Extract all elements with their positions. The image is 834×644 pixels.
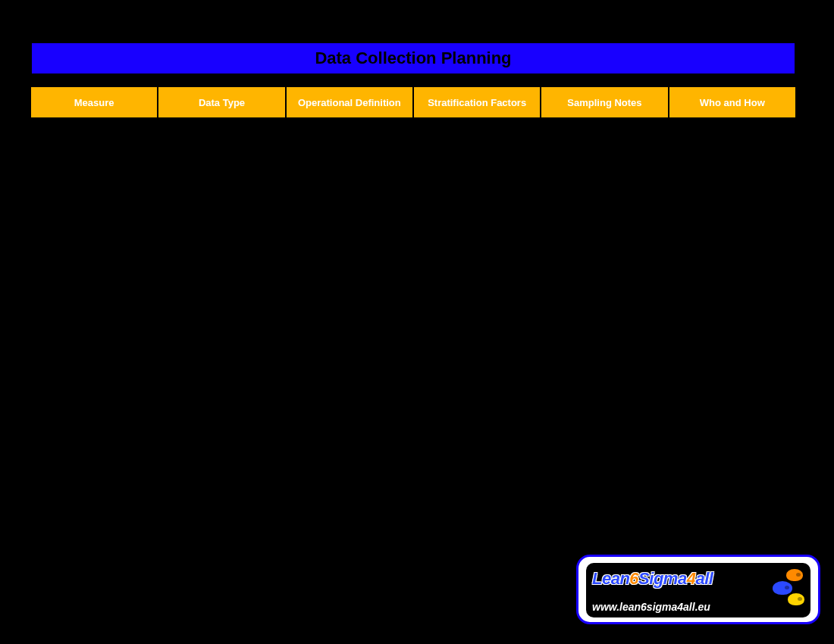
logo-word: 4 — [687, 569, 696, 588]
column-header-label: Data Type — [199, 97, 245, 108]
logo-word: Lean — [592, 569, 629, 588]
logo-url: www.lean6sigma4all.eu — [592, 601, 710, 613]
logo-badge: Lean6Sigma4all www.lean6sigma4all.eu — [576, 555, 820, 624]
pig-icon — [788, 593, 804, 605]
pig-icon — [786, 569, 803, 581]
logo-pigs-icon — [765, 567, 806, 613]
slide: Data Collection Planning Measure Data Ty… — [0, 0, 834, 644]
column-header-label: Measure — [74, 97, 114, 108]
column-header: Who and How — [669, 86, 796, 118]
column-header-label: Stratification Factors — [428, 97, 526, 108]
title-text: Data Collection Planning — [315, 48, 511, 68]
column-header: Operational Definition — [286, 86, 413, 118]
column-header-label: Operational Definition — [298, 97, 401, 108]
logo-inner: Lean6Sigma4all www.lean6sigma4all.eu — [586, 563, 810, 617]
logo-word: Sigma — [638, 569, 687, 588]
logo-word: all — [695, 569, 713, 588]
column-header: Data Type — [158, 86, 285, 118]
logo-text: Lean6Sigma4all — [592, 569, 713, 589]
table-header-row: Measure Data Type Operational Definition… — [30, 86, 796, 118]
column-header-label: Who and How — [700, 97, 765, 108]
table-body — [30, 118, 796, 527]
logo-word: 6 — [629, 569, 638, 588]
pig-icon — [773, 581, 792, 595]
column-header-label: Sampling Notes — [567, 97, 641, 108]
column-header: Measure — [30, 86, 158, 118]
column-header: Sampling Notes — [541, 86, 668, 118]
column-header: Stratification Factors — [413, 86, 541, 118]
title-bar: Data Collection Planning — [30, 42, 796, 75]
